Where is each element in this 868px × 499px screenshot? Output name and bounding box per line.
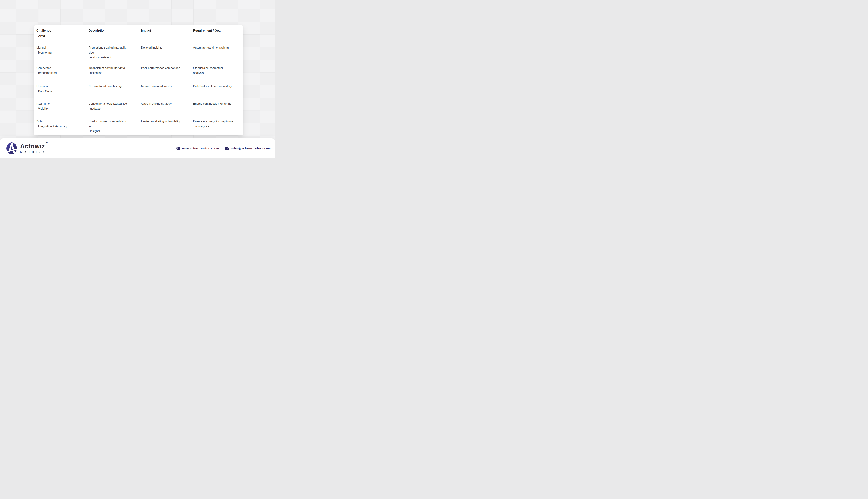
table-row: Manual Monitoring Promotions tracked man… [34,42,243,63]
cell-requirement-goal: Build historical deal repository [191,81,243,99]
table-row: Real-Time Visibility Conventional tools … [34,99,243,116]
cell-challenge-area: Data Integration & Accuracy [34,117,86,135]
table-row: Data Integration & Accuracy Hard to conv… [34,116,243,135]
challenges-table-card: Challenge Area Description Impact Requir… [34,25,243,135]
column-header-challenge-area: Challenge Area [34,25,86,42]
cell-impact: Limited marketing actionability [138,117,191,135]
brand-text: Actowiz TM METRICS [20,143,46,153]
brand-subtitle: METRICS [20,150,46,153]
website-url: www.actowizmetrics.com [182,147,219,150]
cell-description: Inconsistent competitor data collection [86,63,138,81]
cell-requirement-goal: Enable continuous monitoring [191,99,243,116]
column-header-description: Description [86,25,138,42]
footer-links: www.actowizmetrics.com sales@actowizmetr… [176,146,271,150]
table-row: Competitor Benchmarking Inconsistent com… [34,63,243,81]
brand-name-label: Actowiz [20,143,45,150]
cell-description: Hard to convert scraped data into insigh… [86,117,138,135]
website-link[interactable]: www.actowizmetrics.com [176,146,219,150]
cell-challenge-area: Historical Data Gaps [34,81,86,99]
cell-requirement-goal: Automate real-time tracking [191,43,243,63]
cell-requirement-goal: Standardize competitor analysis [191,63,243,81]
footer-bar: Actowiz TM METRICS www.actowizmetrics.co… [0,138,275,158]
globe-icon [176,146,181,150]
cell-description: Conventional tools lacked live updates [86,99,138,116]
table-header-row: Challenge Area Description Impact Requir… [34,25,243,42]
email-icon [225,147,229,150]
cell-description: No structured deal history [86,81,138,99]
cell-impact: Poor performance comparison [138,63,191,81]
brand-name: Actowiz TM [20,143,45,149]
cell-description: Promotions tracked manually, slow and in… [86,43,138,63]
cell-challenge-area: Real-Time Visibility [34,99,86,116]
cell-impact: Gaps in pricing strategy [138,99,191,116]
table-row: Historical Data Gaps No structured deal … [34,81,243,99]
brand-logo: Actowiz TM METRICS [6,143,46,154]
cell-challenge-area: Competitor Benchmarking [34,63,86,81]
column-header-requirement-goal: Requirement / Goal [191,25,243,42]
email-address: sales@actowizmetrics.com [231,147,271,150]
cell-impact: Missed seasonal trends [138,81,191,99]
trademark-label: TM [46,143,48,144]
email-link[interactable]: sales@actowizmetrics.com [225,147,271,150]
column-header-impact: Impact [138,25,191,42]
cell-requirement-goal: Ensure accuracy & compliance in analytic… [191,117,243,135]
cell-impact: Delayed insights [138,43,191,63]
trademark-badge: TM [46,142,48,144]
actowiz-logo-icon [6,143,18,154]
page-background: Challenge Area Description Impact Requir… [0,0,275,158]
cell-challenge-area: Manual Monitoring [34,43,86,63]
